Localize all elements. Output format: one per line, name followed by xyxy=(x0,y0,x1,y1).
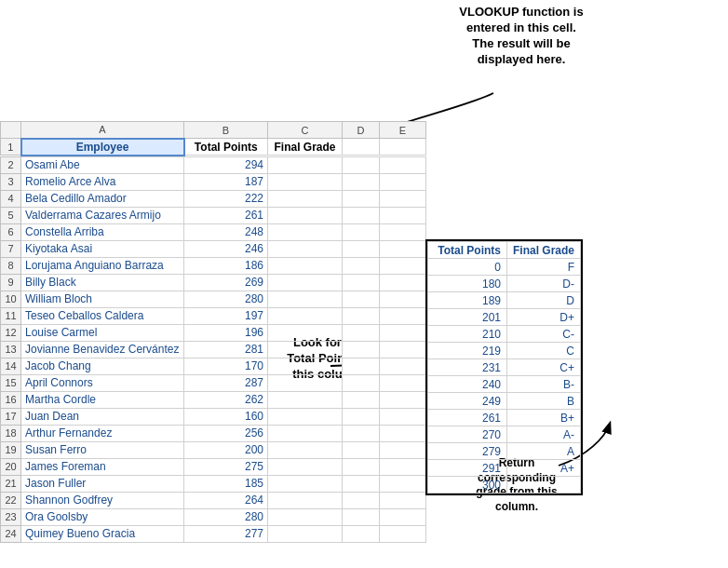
lookup-row: 249 B xyxy=(428,393,581,410)
table-row: 9 Billy Black 269 xyxy=(1,274,426,291)
lookup-col-f-header: Total Points xyxy=(428,242,507,259)
cell-points: 186 xyxy=(184,257,268,274)
cell-d xyxy=(343,458,380,475)
cell-points: 287 xyxy=(184,374,268,391)
header-total-points: Total Points xyxy=(184,139,268,156)
spreadsheet-table: A B C D E 1 Employee Total Points Final … xyxy=(0,121,426,156)
cell-d xyxy=(343,274,380,291)
cell-e xyxy=(380,492,426,508)
cell-points: 196 xyxy=(184,324,268,341)
lookup-cell-points: 180 xyxy=(428,276,507,292)
row-num: 24 xyxy=(1,525,21,542)
cell-d xyxy=(343,307,380,324)
lookup-table-container: Total Points Final Grade 0 F 180 D- 189 … xyxy=(425,239,583,495)
cell-points: 256 xyxy=(184,425,268,441)
lookup-row: 0 F xyxy=(428,259,581,276)
cell-e xyxy=(380,156,426,173)
table-row: 21 Jason Fuller 185 xyxy=(1,475,426,492)
cell-employee: Ora Goolsby xyxy=(21,508,184,525)
lookup-cell-points: 291 xyxy=(428,460,507,477)
table-row: 3 Romelio Arce Alva 187 xyxy=(1,173,426,190)
lookup-row: 279 A xyxy=(428,443,581,460)
cell-d xyxy=(343,190,380,207)
row-num: 19 xyxy=(1,441,21,458)
cell-points: 261 xyxy=(184,207,268,223)
cell-points: 294 xyxy=(184,156,268,173)
table-row: 18 Arthur Fernandez 256 xyxy=(1,425,426,441)
table-row: 16 Martha Cordle 262 xyxy=(1,391,426,408)
cell-employee: Teseo Ceballos Caldera xyxy=(21,307,184,324)
cell-grade xyxy=(268,374,343,391)
lookup-cell-grade: D+ xyxy=(507,309,581,326)
cell-d xyxy=(343,223,380,240)
cell-d xyxy=(343,391,380,408)
cell-grade xyxy=(268,358,343,374)
cell-employee: Arthur Fernandez xyxy=(21,425,184,441)
cell-e xyxy=(380,307,426,324)
cell-e xyxy=(380,223,426,240)
cell-points: 262 xyxy=(184,391,268,408)
cell-grade xyxy=(268,475,343,492)
col-header-a: A xyxy=(21,122,184,139)
cell-e xyxy=(380,358,426,374)
lookup-cell-points: 210 xyxy=(428,326,507,343)
cell-points: 277 xyxy=(184,525,268,542)
row-num: 17 xyxy=(1,408,21,425)
cell-e xyxy=(380,291,426,307)
lookup-cell-points: 0 xyxy=(428,259,507,276)
row-num: 10 xyxy=(1,291,21,307)
row-num-1: 1 xyxy=(1,139,21,156)
row-num: 18 xyxy=(1,425,21,441)
cell-points: 185 xyxy=(184,475,268,492)
cell-points: 281 xyxy=(184,341,268,358)
lookup-cell-points: 249 xyxy=(428,393,507,410)
row-num: 6 xyxy=(1,223,21,240)
cell-e xyxy=(380,508,426,525)
table-row: 11 Teseo Ceballos Caldera 197 xyxy=(1,307,426,324)
cell-employee: Quimey Bueno Gracia xyxy=(21,525,184,542)
column-headers: A B C D E xyxy=(1,122,426,139)
cell-points: 280 xyxy=(184,508,268,525)
row-num: 12 xyxy=(1,324,21,341)
table-row: 17 Juan Dean 160 xyxy=(1,408,426,425)
cell-d xyxy=(343,173,380,190)
lookup-row: 210 C- xyxy=(428,326,581,343)
cell-points: 264 xyxy=(184,492,268,508)
table-row: 24 Quimey Bueno Gracia 277 xyxy=(1,525,426,542)
row-num: 15 xyxy=(1,374,21,391)
cell-points: 170 xyxy=(184,358,268,374)
row-num: 13 xyxy=(1,341,21,358)
table-row: 1 Employee Total Points Final Grade xyxy=(1,139,426,156)
col-header-e: E xyxy=(380,122,426,139)
cell-d xyxy=(343,358,380,374)
cell-grade xyxy=(268,408,343,425)
cell-employee: Jason Fuller xyxy=(21,475,184,492)
cell-e xyxy=(380,425,426,441)
lookup-row: 270 A- xyxy=(428,426,581,443)
cell-employee: William Bloch xyxy=(21,291,184,307)
cell-points: 200 xyxy=(184,441,268,458)
cell-grade xyxy=(268,525,343,542)
cell-e xyxy=(380,458,426,475)
cell-d xyxy=(343,207,380,223)
table-row: 15 April Connors 287 xyxy=(1,374,426,391)
cell-e xyxy=(380,374,426,391)
lookup-cell-points: 240 xyxy=(428,376,507,393)
cell-d xyxy=(343,374,380,391)
cell-e xyxy=(380,391,426,408)
lookup-row: 291 A+ xyxy=(428,460,581,477)
cell-employee: Osami Abe xyxy=(21,156,184,173)
cell-grade xyxy=(268,307,343,324)
cell-e xyxy=(380,475,426,492)
cell-grade xyxy=(268,324,343,341)
row-num: 2 xyxy=(1,156,21,173)
cell-e xyxy=(380,207,426,223)
cell-d xyxy=(343,525,380,542)
lookup-cell-points: 231 xyxy=(428,359,507,376)
cell-employee: James Foreman xyxy=(21,458,184,475)
lookup-cell-grade: C- xyxy=(507,326,581,343)
header-employee[interactable]: Employee xyxy=(21,139,184,156)
lookup-cell-points: 261 xyxy=(428,410,507,426)
lookup-row: 180 D- xyxy=(428,276,581,292)
cell-e xyxy=(380,240,426,257)
